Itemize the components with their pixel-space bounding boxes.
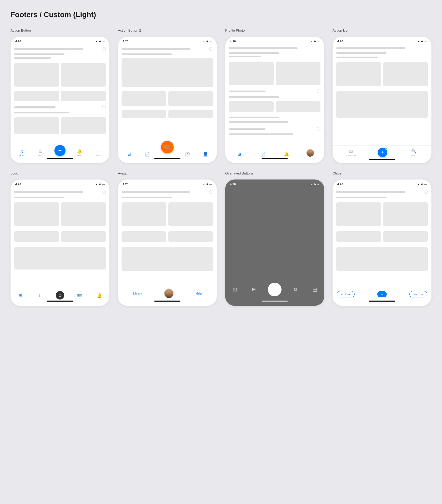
grid-icon-3: ⊞ [238, 152, 241, 157]
footer-logo: ⊞ ☾ ⬡ 🪪 🔔 [11, 287, 109, 306]
tab-grid-2[interactable]: ⊞ [124, 152, 134, 157]
card-icon: 🪪 [77, 293, 82, 298]
tab-avatar-3[interactable] [305, 149, 315, 157]
orange-action-btn[interactable]: 🛒 [161, 141, 174, 153]
plus-chip-btn[interactable]: + [377, 291, 387, 297]
section-label-profile-photo: Profile Photo [225, 28, 324, 32]
section-action-icon: Action Icon 4:20 ▲ ⊕ ▬ [333, 28, 431, 163]
tab-moon[interactable]: ☾ [36, 293, 45, 298]
wifi-icon-8: ⊕ [421, 183, 423, 186]
phone-frame-profile-photo: 4:20 ▲ ⊕ ▬ [225, 37, 324, 163]
status-bar-7: 4:20 ▲ ⊕ ▬ [225, 179, 324, 187]
status-time-5: 4:20 [15, 183, 21, 186]
wifi-icon-7: ⊕ [314, 183, 316, 186]
footer-tabs-3: ⊞ 📄 🔔 [225, 149, 324, 157]
tab-music[interactable]: ♫ Music [17, 149, 27, 157]
tab-clock-2[interactable]: 🕐 [183, 152, 192, 157]
tab-bell-3[interactable]: 🔔 [282, 152, 291, 157]
add-action-btn[interactable]: + [54, 145, 66, 156]
phone-content-2 [118, 44, 217, 141]
prev-chip-label: Prev [345, 293, 351, 296]
profile-avatar-3[interactable] [307, 149, 314, 157]
phone-frame-action-icon: 4:20 ▲ ⊕ ▬ ▤ [333, 37, 431, 163]
tab-more[interactable]: ··· More [93, 149, 103, 157]
section-avatar: Avatar 4:20 ▲ ⊕ ▬ [118, 171, 217, 306]
ethereum-icon[interactable]: ⬡ [56, 291, 64, 300]
prev-chip-btn[interactable]: ← Prev [337, 291, 355, 297]
chips-footer-row: ← Prev + Next → [333, 289, 431, 300]
tab-scan[interactable]: ⊡ [230, 286, 239, 293]
tab-eth[interactable]: ⬡ [55, 291, 65, 300]
tab-barcode[interactable]: ▤ [310, 287, 319, 292]
tab-grid-7[interactable]: ⊞ [249, 287, 258, 292]
status-icons-8: ▲ ⊕ ▬ [417, 183, 427, 186]
help-label[interactable]: Help [196, 292, 202, 295]
films-icon: ▤ [39, 149, 43, 154]
tab-add-2[interactable]: 🛒 [161, 143, 174, 157]
tab-news[interactable]: 🔔 News [75, 149, 84, 157]
wifi-icon-1: ⊕ [99, 40, 101, 43]
status-bar-4: 4:20 ▲ ⊕ ▬ [333, 37, 431, 44]
tab-grid-5[interactable]: ⊞ [16, 293, 25, 298]
page-title: Footers / Custom (Light) [11, 11, 431, 19]
bell-icon-3: 🔔 [284, 152, 289, 157]
tab-layers[interactable]: ⧉ [291, 287, 300, 292]
grid-icon-7: ⊞ [252, 287, 256, 292]
tab-doc-3[interactable]: 📄 [258, 152, 268, 157]
status-bar-2: 4:20 ▲ ⊕ ▬ [118, 37, 217, 44]
section-label-logo: Logo [11, 171, 109, 175]
status-icons-2: ▲ ⊕ ▬ [203, 40, 212, 43]
phone-grid: Action Button 4:20 ▲ ⊕ ▬ [11, 28, 431, 306]
tab-capture[interactable] [268, 283, 282, 296]
tab-grid-3[interactable]: ⊞ [234, 152, 244, 157]
phone-frame-chips: 4:20 ▲ ⊕ ▬ [333, 179, 431, 306]
library-label[interactable]: Library [133, 292, 142, 295]
logo-footer-tabs: ⊞ ☾ ⬡ 🪪 🔔 [11, 289, 109, 300]
section-action-button-2: Action Button 2 4:20 ▲ ⊕ ▬ [118, 28, 217, 163]
tab-add[interactable]: + [54, 145, 66, 157]
grid-icon-5: ⊞ [19, 293, 22, 298]
section-label-avatar: Avatar [118, 171, 217, 175]
section-chips: Chips 4:20 ▲ ⊕ ▬ [333, 171, 431, 306]
signal-icon-1: ▲ [95, 40, 98, 43]
tab-bell-5[interactable]: 🔔 [95, 293, 104, 298]
status-time-1: 4:20 [15, 40, 21, 43]
watch-now-label: Watch Now [345, 154, 356, 157]
battery-icon-5: ▬ [102, 183, 105, 186]
add-btn-wrap: + [378, 148, 387, 158]
section-logo: Logo 4:20 ▲ ⊕ ▬ [11, 171, 109, 306]
scan-icon: ⊡ [233, 286, 237, 293]
tab-search-4[interactable]: 🔍 Search [409, 149, 419, 157]
phone-frame-action-button: 4:20 ▲ ⊕ ▬ [11, 37, 109, 163]
person-icon-2: 👤 [203, 152, 208, 157]
next-chip-btn[interactable]: Next → [409, 291, 427, 297]
status-bar-1: 4:20 ▲ ⊕ ▬ [11, 37, 109, 44]
capture-btn[interactable] [268, 283, 282, 296]
next-chip-label: Next [413, 293, 419, 296]
status-time-3: 4:20 [230, 40, 236, 43]
footer-action-button-2: ⊞ 📄 🛒 🕐 👤 [118, 141, 217, 163]
tab-add-4[interactable]: + [378, 148, 387, 158]
status-bar-6: 4:20 ▲ ⊕ ▬ [118, 179, 217, 187]
tab-doc-2[interactable]: 📄 [143, 152, 152, 157]
signal-icon-3: ▲ [310, 40, 313, 43]
tab-card[interactable]: 🪪 [75, 293, 84, 298]
news-icon: 🔔 [77, 149, 82, 154]
home-indicator-2 [154, 158, 180, 159]
phone-content-6 [118, 187, 217, 284]
layers-icon: ⧉ [294, 287, 298, 292]
status-bar-5: 4:20 ▲ ⊕ ▬ [11, 179, 109, 187]
plus-chip-label: + [381, 293, 383, 296]
more-label: More [96, 154, 100, 157]
status-time-4: 4:20 [337, 40, 343, 43]
status-bar-3: 4:20 ▲ ⊕ ▬ [225, 37, 324, 44]
barcode-icon: ▤ [313, 287, 317, 292]
tab-watch-now[interactable]: ▤ Watch Now [345, 149, 356, 157]
avatar-profile-img[interactable] [164, 288, 174, 298]
battery-icon-4: ▬ [424, 40, 427, 43]
wifi-icon-5: ⊕ [99, 183, 101, 186]
tab-person-2[interactable]: 👤 [201, 152, 210, 157]
grid-icon-2: ⊞ [127, 152, 131, 157]
home-indicator-8 [369, 301, 395, 302]
tab-films[interactable]: ▤ Films [36, 149, 45, 157]
